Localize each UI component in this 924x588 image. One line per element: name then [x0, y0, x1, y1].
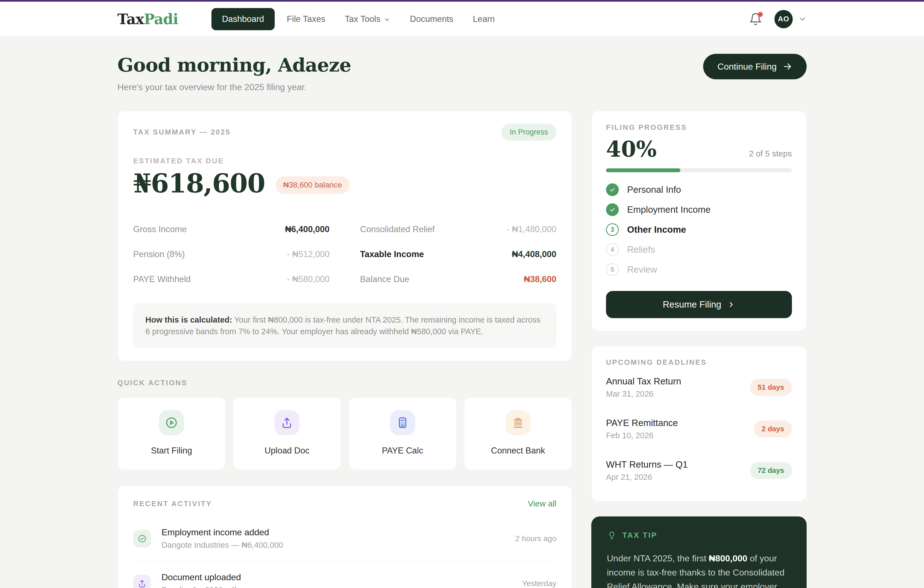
row-value: - ₦512,000: [287, 249, 329, 259]
row-value: - ₦1,480,000: [507, 224, 556, 234]
recent-activity-label: RECENT ACTIVITY: [133, 499, 212, 508]
row-label: Consolidated Relief: [360, 224, 435, 234]
deadline-paye-remittance: PAYE Remittance Feb 10, 2026 2 days: [606, 408, 792, 450]
main-nav: Dashboard File Taxes Tax Tools Documents…: [211, 8, 502, 30]
step-personal-info: Personal Info: [606, 183, 792, 196]
steps-count: 2 of 5 steps: [749, 149, 792, 158]
activity-subtitle: Dangote Industries — ₦6,400,000: [162, 540, 515, 550]
row-value: ₦4,408,000: [512, 249, 556, 259]
step-label: Other Income: [627, 224, 686, 235]
filing-steps: Personal Info Employment Income 3 Other …: [606, 183, 792, 276]
bank-icon: [512, 416, 525, 429]
upcoming-deadlines-label: UPCOMING DEADLINES: [606, 358, 792, 367]
deadline-annual-tax-return: Annual Tax Return Mar 31, 2026 51 days: [606, 367, 792, 408]
icon-tile: [133, 575, 151, 588]
quick-action-label: PAYE Calc: [382, 446, 423, 456]
icon-tile: [133, 530, 151, 547]
nav-item-documents[interactable]: Documents: [403, 8, 460, 30]
step-check-icon: [606, 203, 619, 216]
row-value: ₦38,600: [524, 274, 556, 284]
quick-action-label: Start Filing: [151, 446, 192, 456]
step-label: Review: [627, 264, 657, 275]
quick-action-upload-doc[interactable]: Upload Doc: [233, 397, 341, 470]
nav-item-file-taxes[interactable]: File Taxes: [280, 8, 333, 30]
deadline-date: Mar 31, 2026: [606, 389, 681, 399]
progress-fill: [606, 168, 680, 172]
breakdown-row-consolidated-relief: Consolidated Relief - ₦1,480,000: [360, 217, 557, 242]
tax-summary-label: TAX SUMMARY — 2025: [133, 128, 231, 137]
continue-filing-button[interactable]: Continue Filing: [703, 54, 807, 79]
icon-tile: [390, 410, 415, 435]
nav-label: Tax Tools: [345, 14, 381, 24]
check-circle-icon: [138, 534, 147, 543]
deadline-date: Apr 21, 2026: [606, 473, 688, 482]
tip-highlight-amount: ₦800,000: [709, 553, 747, 563]
chevron-down-icon: [384, 16, 390, 23]
avatar: AO: [774, 10, 793, 28]
breakdown-row-taxable-income: Taxable Income ₦4,408,000: [360, 242, 557, 267]
tax-tip-body: Under NTA 2025, the first ₦800,000 of yo…: [607, 552, 791, 588]
step-label: Employment Income: [627, 204, 711, 215]
nav-label: Learn: [473, 14, 495, 24]
quick-action-connect-bank[interactable]: Connect Bank: [464, 397, 572, 470]
deadline-title: Annual Tax Return: [606, 376, 681, 387]
resume-filing-label: Resume Filing: [663, 299, 721, 310]
arrow-right-icon: [783, 62, 792, 71]
chevron-down-icon: [798, 15, 807, 23]
nav-item-learn[interactable]: Learn: [465, 8, 502, 30]
activity-time: 2 hours ago: [515, 534, 556, 543]
step-employment-income: Employment Income: [606, 203, 792, 216]
step-label: Personal Info: [627, 184, 681, 195]
progress-percent: 40%: [606, 138, 657, 160]
app-logo[interactable]: TaxPadi: [117, 10, 178, 28]
lightbulb-icon: [607, 530, 617, 540]
step-number: 5: [606, 263, 619, 276]
nav-label: File Taxes: [287, 14, 325, 24]
quick-action-start-filing[interactable]: Start Filing: [117, 397, 226, 470]
activity-time: Yesterday: [522, 579, 557, 588]
activity-title: Document uploaded: [162, 572, 522, 583]
progress-bar: [606, 168, 792, 172]
quick-action-paye-calc[interactable]: PAYE Calc: [348, 397, 457, 470]
days-left-badge: 72 days: [750, 462, 792, 479]
days-left-badge: 51 days: [750, 379, 792, 396]
estimated-tax-label: ESTIMATED TAX DUE: [133, 157, 556, 165]
step-review: 5 Review: [606, 263, 792, 276]
nav-item-dashboard[interactable]: Dashboard: [211, 8, 275, 30]
nav-label: Documents: [410, 14, 454, 24]
nav-label: Dashboard: [222, 14, 264, 24]
quick-action-label: Connect Bank: [491, 446, 545, 456]
tip-text: Under NTA 2025, the first: [607, 553, 709, 563]
status-badge: In Progress: [502, 124, 556, 141]
row-label: Pension (8%): [133, 249, 185, 259]
row-value: - ₦580,000: [287, 274, 329, 284]
deadline-title: WHT Returns — Q1: [606, 459, 688, 470]
account-menu[interactable]: AO: [774, 10, 807, 28]
balance-badge: ₦38,600 balance: [276, 176, 350, 194]
activity-item-employment-income[interactable]: Employment income added Dangote Industri…: [133, 516, 556, 561]
icon-tile: [274, 410, 299, 435]
tax-breakdown: Gross Income ₦6,400,000 Pension (8%) - ₦…: [133, 217, 556, 292]
nav-item-tax-tools[interactable]: Tax Tools: [338, 8, 398, 30]
breakdown-row-gross-income: Gross Income ₦6,400,000: [133, 217, 330, 242]
app-header: TaxPadi Dashboard File Taxes Tax Tools D…: [0, 2, 924, 36]
notification-dot: [758, 12, 763, 17]
activity-item-document-uploaded[interactable]: Document uploaded Payslip_Jan2026.pdf Ye…: [133, 561, 556, 588]
breakdown-left-column: Gross Income ₦6,400,000 Pension (8%) - ₦…: [133, 217, 330, 292]
breakdown-row-paye-withheld: PAYE Withheld - ₦580,000: [133, 267, 330, 292]
step-number: 3: [606, 223, 619, 236]
play-circle-icon: [165, 416, 178, 429]
view-all-link[interactable]: View all: [528, 499, 556, 508]
breakdown-row-balance-due: Balance Due ₦38,600: [360, 267, 557, 292]
deadline-title: PAYE Remittance: [606, 418, 678, 428]
notifications-button[interactable]: [749, 13, 762, 26]
page-subtitle: Here's your tax overview for the 2025 fi…: [117, 82, 351, 92]
step-label: Reliefs: [627, 244, 655, 255]
tax-summary-card: TAX SUMMARY — 2025 In Progress ESTIMATED…: [117, 111, 572, 361]
tax-tip-card: TAX TIP Under NTA 2025, the first ₦800,0…: [591, 516, 807, 588]
quick-actions-label: QUICK ACTIONS: [117, 379, 572, 387]
row-label: Gross Income: [133, 224, 187, 234]
resume-filing-button[interactable]: Resume Filing: [606, 291, 792, 318]
chevron-right-icon: [727, 301, 735, 308]
greeting-section: Good morning, Adaeze Here's your tax ove…: [117, 54, 807, 92]
